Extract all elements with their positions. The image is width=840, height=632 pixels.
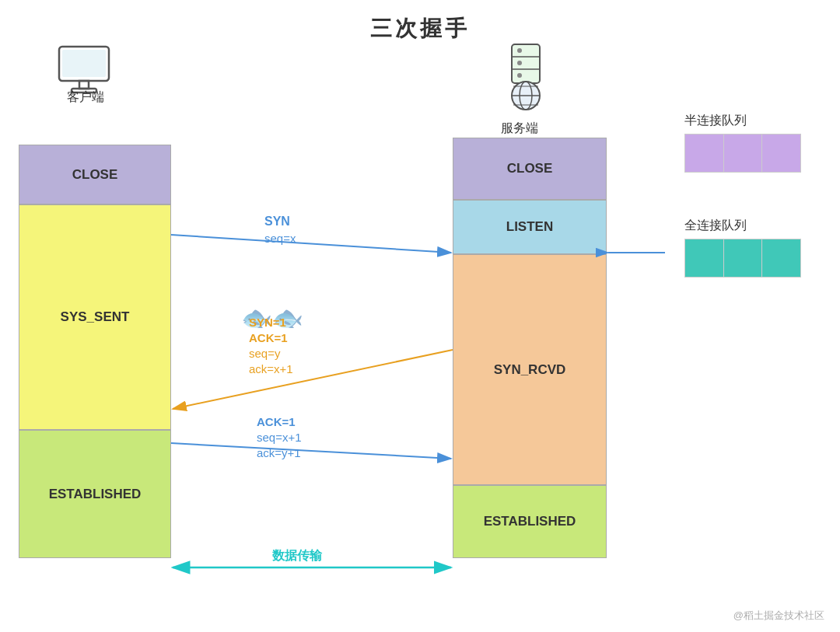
full-connection-queue-section: 全连接队列	[684, 218, 801, 278]
svg-text:ACK=1: ACK=1	[249, 331, 288, 344]
server-listen-state: LISTEN	[453, 200, 607, 254]
client-close-state: CLOSE	[19, 145, 171, 204]
server-icon	[495, 43, 557, 116]
svg-rect-4	[512, 44, 540, 83]
client-established-state: ESTABLISHED	[19, 430, 171, 558]
half-queue-cell-3	[762, 134, 800, 172]
svg-text:数据传输: 数据传输	[271, 549, 323, 562]
server-established-state: ESTABLISHED	[453, 485, 607, 558]
full-queue-cell-3	[762, 239, 800, 277]
server-close-state: CLOSE	[453, 138, 607, 200]
svg-text:seq=x+1: seq=x+1	[257, 431, 302, 444]
svg-text:ack=y+1: ack=y+1	[257, 446, 301, 459]
watermark: @稻土掘金技术社区	[733, 609, 824, 623]
svg-line-23	[173, 350, 453, 409]
svg-rect-2	[79, 81, 89, 89]
full-queue-cell-1	[685, 239, 724, 277]
full-queue-box	[684, 239, 801, 278]
client-sys-sent-state: SYS_SENT	[19, 204, 171, 430]
full-queue-cell-2	[724, 239, 763, 277]
page-title: 三次握手	[0, 0, 840, 44]
client-label: 客户端	[47, 89, 124, 106]
full-queue-label: 全连接队列	[684, 218, 801, 234]
decorative-watermark: 🐟🐟	[241, 303, 303, 333]
svg-line-28	[171, 443, 451, 459]
svg-line-20	[171, 235, 451, 253]
svg-text:ACK=1: ACK=1	[257, 415, 296, 428]
diagram: 三次握手 客户端	[0, 0, 840, 632]
svg-point-7	[517, 48, 522, 53]
half-queue-cell-1	[685, 134, 724, 172]
svg-point-9	[517, 73, 522, 78]
svg-text:SYN=1: SYN=1	[249, 316, 286, 329]
svg-rect-1	[62, 50, 106, 77]
half-queue-cell-2	[724, 134, 763, 172]
svg-text:SYN: SYN	[264, 215, 290, 228]
svg-text:seq=x: seq=x	[264, 232, 296, 245]
server-label: 服务端	[481, 120, 558, 137]
svg-text:seq=y: seq=y	[249, 347, 281, 360]
svg-text:ack=x+1: ack=x+1	[249, 362, 293, 375]
half-connection-queue-section: 半连接队列	[684, 113, 801, 173]
half-queue-box	[684, 134, 801, 173]
half-queue-label: 半连接队列	[684, 113, 801, 129]
svg-point-8	[517, 61, 522, 65]
server-syn-rcvd-state: SYN_RCVD	[453, 254, 607, 485]
